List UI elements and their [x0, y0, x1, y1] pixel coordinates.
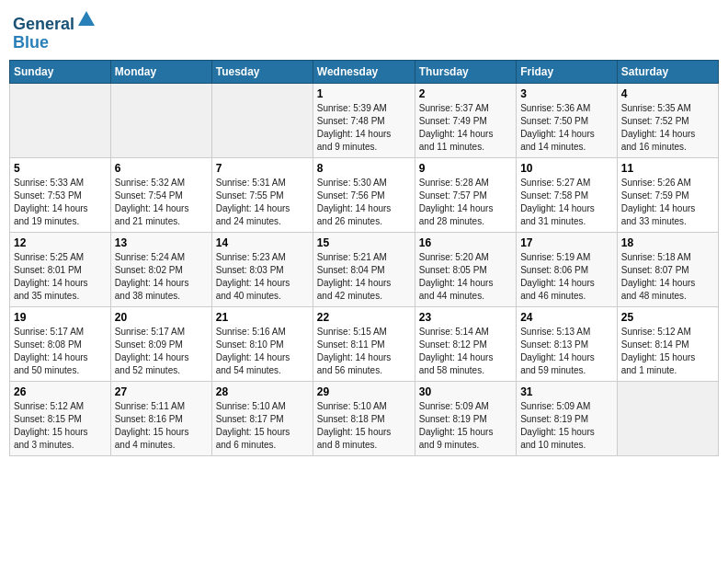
day-info: Sunrise: 5:37 AM Sunset: 7:49 PM Dayligh… — [419, 102, 512, 154]
calendar-cell: 2Sunrise: 5:37 AM Sunset: 7:49 PM Daylig… — [415, 83, 516, 157]
day-number: 19 — [14, 311, 107, 324]
calendar-cell: 20Sunrise: 5:17 AM Sunset: 8:09 PM Dayli… — [110, 306, 211, 381]
day-info: Sunrise: 5:16 AM Sunset: 8:10 PM Dayligh… — [216, 326, 309, 377]
logo-icon — [76, 9, 97, 29]
day-info: Sunrise: 5:10 AM Sunset: 8:17 PM Dayligh… — [216, 400, 309, 452]
logo-text: General Blue — [13, 9, 97, 52]
calendar-cell — [211, 83, 313, 157]
calendar-cell: 12Sunrise: 5:25 AM Sunset: 8:01 PM Dayli… — [10, 232, 111, 306]
calendar-cell: 22Sunrise: 5:15 AM Sunset: 8:11 PM Dayli… — [313, 306, 415, 381]
calendar-cell: 9Sunrise: 5:28 AM Sunset: 7:57 PM Daylig… — [415, 157, 516, 232]
day-number: 29 — [317, 385, 411, 398]
day-number: 24 — [520, 311, 613, 324]
day-info: Sunrise: 5:17 AM Sunset: 8:08 PM Dayligh… — [14, 326, 107, 377]
day-info: Sunrise: 5:33 AM Sunset: 7:53 PM Dayligh… — [14, 177, 107, 228]
calendar-cell: 10Sunrise: 5:27 AM Sunset: 7:58 PM Dayli… — [517, 157, 618, 232]
weekday-header-friday: Friday — [517, 60, 618, 83]
calendar-cell — [110, 83, 211, 157]
day-number: 18 — [621, 236, 714, 249]
calendar-cell: 16Sunrise: 5:20 AM Sunset: 8:05 PM Dayli… — [415, 232, 516, 306]
svg-marker-0 — [78, 11, 95, 26]
day-info: Sunrise: 5:26 AM Sunset: 7:59 PM Dayligh… — [621, 177, 714, 228]
day-info: Sunrise: 5:13 AM Sunset: 8:13 PM Dayligh… — [520, 326, 613, 377]
calendar-table: SundayMondayTuesdayWednesdayThursdayFrid… — [9, 60, 719, 456]
day-number: 3 — [520, 87, 613, 100]
day-number: 6 — [115, 162, 208, 175]
day-info: Sunrise: 5:09 AM Sunset: 8:19 PM Dayligh… — [419, 400, 512, 452]
day-number: 15 — [317, 236, 411, 249]
day-number: 21 — [216, 311, 309, 324]
weekday-header-thursday: Thursday — [415, 60, 516, 83]
day-info: Sunrise: 5:15 AM Sunset: 8:11 PM Dayligh… — [317, 326, 411, 377]
calendar-cell: 19Sunrise: 5:17 AM Sunset: 8:08 PM Dayli… — [10, 306, 111, 381]
day-number: 12 — [14, 236, 107, 249]
day-info: Sunrise: 5:23 AM Sunset: 8:03 PM Dayligh… — [216, 251, 309, 303]
day-number: 16 — [419, 236, 512, 249]
logo: General Blue — [13, 9, 97, 52]
day-info: Sunrise: 5:21 AM Sunset: 8:04 PM Dayligh… — [317, 251, 411, 303]
calendar-cell: 15Sunrise: 5:21 AM Sunset: 8:04 PM Dayli… — [313, 232, 415, 306]
calendar-cell: 25Sunrise: 5:12 AM Sunset: 8:14 PM Dayli… — [617, 306, 718, 381]
calendar-cell: 7Sunrise: 5:31 AM Sunset: 7:55 PM Daylig… — [211, 157, 313, 232]
day-number: 28 — [216, 385, 309, 398]
day-number: 20 — [115, 311, 208, 324]
week-row-4: 19Sunrise: 5:17 AM Sunset: 8:08 PM Dayli… — [10, 306, 719, 381]
day-number: 30 — [419, 385, 512, 398]
day-number: 27 — [115, 385, 208, 398]
calendar-cell: 1Sunrise: 5:39 AM Sunset: 7:48 PM Daylig… — [313, 83, 415, 157]
weekday-header-wednesday: Wednesday — [313, 60, 415, 83]
day-info: Sunrise: 5:09 AM Sunset: 8:19 PM Dayligh… — [520, 400, 613, 452]
day-number: 26 — [14, 385, 107, 398]
day-number: 5 — [14, 162, 107, 175]
day-info: Sunrise: 5:35 AM Sunset: 7:52 PM Dayligh… — [621, 102, 714, 154]
day-number: 1 — [317, 87, 411, 100]
day-number: 2 — [419, 87, 512, 100]
calendar-cell: 21Sunrise: 5:16 AM Sunset: 8:10 PM Dayli… — [211, 306, 313, 381]
page-header: General Blue — [9, 9, 719, 52]
weekday-header-monday: Monday — [110, 60, 211, 83]
week-row-5: 26Sunrise: 5:12 AM Sunset: 8:15 PM Dayli… — [10, 381, 719, 455]
day-info: Sunrise: 5:11 AM Sunset: 8:16 PM Dayligh… — [115, 400, 208, 452]
weekday-header-tuesday: Tuesday — [211, 60, 313, 83]
day-number: 31 — [520, 385, 613, 398]
day-number: 7 — [216, 162, 309, 175]
day-info: Sunrise: 5:19 AM Sunset: 8:06 PM Dayligh… — [520, 251, 613, 303]
day-info: Sunrise: 5:36 AM Sunset: 7:50 PM Dayligh… — [520, 102, 613, 154]
calendar-cell: 6Sunrise: 5:32 AM Sunset: 7:54 PM Daylig… — [110, 157, 211, 232]
day-info: Sunrise: 5:25 AM Sunset: 8:01 PM Dayligh… — [14, 251, 107, 303]
calendar-cell: 17Sunrise: 5:19 AM Sunset: 8:06 PM Dayli… — [517, 232, 618, 306]
day-info: Sunrise: 5:18 AM Sunset: 8:07 PM Dayligh… — [621, 251, 714, 303]
calendar-cell: 5Sunrise: 5:33 AM Sunset: 7:53 PM Daylig… — [10, 157, 111, 232]
day-number: 22 — [317, 311, 411, 324]
day-number: 4 — [621, 87, 714, 100]
day-info: Sunrise: 5:30 AM Sunset: 7:56 PM Dayligh… — [317, 177, 411, 228]
day-number: 14 — [216, 236, 309, 249]
day-info: Sunrise: 5:10 AM Sunset: 8:18 PM Dayligh… — [317, 400, 411, 452]
calendar-cell: 23Sunrise: 5:14 AM Sunset: 8:12 PM Dayli… — [415, 306, 516, 381]
calendar-cell: 30Sunrise: 5:09 AM Sunset: 8:19 PM Dayli… — [415, 381, 516, 455]
calendar-cell: 3Sunrise: 5:36 AM Sunset: 7:50 PM Daylig… — [517, 83, 618, 157]
calendar-cell: 8Sunrise: 5:30 AM Sunset: 7:56 PM Daylig… — [313, 157, 415, 232]
day-info: Sunrise: 5:31 AM Sunset: 7:55 PM Dayligh… — [216, 177, 309, 228]
calendar-cell: 4Sunrise: 5:35 AM Sunset: 7:52 PM Daylig… — [617, 83, 718, 157]
calendar-cell: 14Sunrise: 5:23 AM Sunset: 8:03 PM Dayli… — [211, 232, 313, 306]
day-number: 25 — [621, 311, 714, 324]
calendar-cell: 28Sunrise: 5:10 AM Sunset: 8:17 PM Dayli… — [211, 381, 313, 455]
calendar-cell: 24Sunrise: 5:13 AM Sunset: 8:13 PM Dayli… — [517, 306, 618, 381]
week-row-3: 12Sunrise: 5:25 AM Sunset: 8:01 PM Dayli… — [10, 232, 719, 306]
day-number: 23 — [419, 311, 512, 324]
weekday-header-saturday: Saturday — [617, 60, 718, 83]
calendar-cell: 11Sunrise: 5:26 AM Sunset: 7:59 PM Dayli… — [617, 157, 718, 232]
day-info: Sunrise: 5:28 AM Sunset: 7:57 PM Dayligh… — [419, 177, 512, 228]
day-number: 13 — [115, 236, 208, 249]
week-row-1: 1Sunrise: 5:39 AM Sunset: 7:48 PM Daylig… — [10, 83, 719, 157]
calendar-cell — [10, 83, 111, 157]
calendar-cell — [617, 381, 718, 455]
day-info: Sunrise: 5:39 AM Sunset: 7:48 PM Dayligh… — [317, 102, 411, 154]
day-info: Sunrise: 5:27 AM Sunset: 7:58 PM Dayligh… — [520, 177, 613, 228]
calendar-cell: 26Sunrise: 5:12 AM Sunset: 8:15 PM Dayli… — [10, 381, 111, 455]
day-info: Sunrise: 5:17 AM Sunset: 8:09 PM Dayligh… — [115, 326, 208, 377]
calendar-cell: 18Sunrise: 5:18 AM Sunset: 8:07 PM Dayli… — [617, 232, 718, 306]
day-number: 9 — [419, 162, 512, 175]
day-number: 11 — [621, 162, 714, 175]
